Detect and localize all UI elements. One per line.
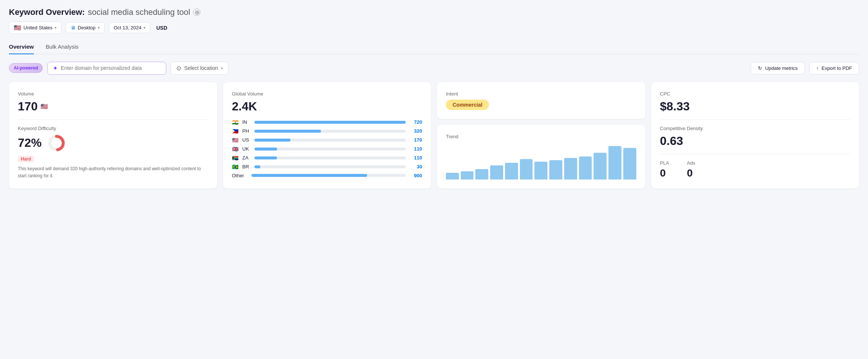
card-divider-2: [660, 119, 851, 120]
intent-badge: Commercial: [446, 100, 489, 110]
pla-ads-row: PLA 0 Ads 0: [660, 160, 851, 179]
kd-label: Keyword Difficulty: [18, 126, 208, 131]
pla-value: 0: [660, 167, 669, 179]
country-code: UK: [242, 146, 251, 152]
country-bar-fill: [254, 148, 277, 151]
ai-powered-badge: AI-powered: [9, 63, 43, 73]
device-selector[interactable]: 🖥 Desktop ▾: [66, 22, 105, 33]
country-value: 170: [409, 137, 422, 143]
country-bar: [254, 156, 406, 159]
intent-trend-column: Intent Commercial Trend: [437, 82, 645, 188]
country-bar-fill: [254, 139, 291, 142]
trend-card: Trend: [437, 125, 645, 188]
volume-kd-card: Volume 170 🇺🇸 Keyword Difficulty 72%: [9, 82, 217, 188]
country-bar-fill: [254, 121, 406, 124]
country-bar: [254, 148, 406, 151]
refresh-icon: ↻: [758, 65, 762, 71]
card-divider-3: [660, 154, 851, 154]
country-selector[interactable]: 🇺🇸 United States ▾: [9, 22, 61, 34]
device-label: Desktop: [78, 25, 96, 30]
action-bar: AI-powered ✦ ⊙ Select location ▾ ↻ Updat…: [9, 62, 859, 75]
cd-label: Competitive Density: [660, 126, 851, 131]
other-label: Other: [232, 173, 248, 178]
date-selector[interactable]: Oct 13, 2024 ▾: [109, 22, 150, 33]
trend-bar: [534, 162, 547, 180]
page: Keyword Overview: social media schedulin…: [0, 0, 868, 359]
chevron-down-icon-4: ▾: [221, 66, 223, 70]
sparkle-icon: ✦: [53, 65, 58, 72]
location-label: Select location: [184, 65, 218, 71]
location-selector[interactable]: ⊙ Select location ▾: [171, 62, 228, 75]
us-flag-volume-icon: 🇺🇸: [41, 103, 48, 110]
country-bar-fill: [254, 130, 321, 133]
kd-description: This keyword will demand 320 high-author…: [18, 165, 208, 180]
country-bar-fill: [254, 165, 260, 168]
cards-grid: Volume 170 🇺🇸 Keyword Difficulty 72%: [9, 82, 859, 188]
intent-card: Intent Commercial: [437, 82, 645, 119]
volume-value: 170 🇺🇸: [18, 100, 208, 113]
domain-input[interactable]: [61, 65, 161, 71]
trend-bar: [446, 173, 459, 180]
domain-input-wrapper[interactable]: ✦: [47, 62, 166, 75]
global-volume-card: Global Volume 2.4K 🇮🇳 IN 720 🇵🇭 PH 320 🇺…: [223, 82, 431, 188]
tab-overview[interactable]: Overview: [9, 40, 34, 54]
country-code: US: [242, 137, 251, 143]
update-metrics-button[interactable]: ↻ Update metrics: [751, 62, 804, 74]
country-flag-icon: 🇵🇭: [232, 128, 239, 134]
country-row: 🇮🇳 IN 720: [232, 119, 422, 125]
trend-bar: [594, 153, 607, 180]
trend-bar: [490, 165, 503, 180]
trend-bar: [475, 169, 488, 180]
ads-item: Ads 0: [687, 160, 695, 179]
country-bar: [254, 130, 406, 133]
country-code: IN: [242, 119, 251, 125]
country-code: ZA: [242, 155, 251, 161]
country-flag-icon: 🇬🇧: [232, 146, 239, 152]
country-value: 720: [409, 119, 422, 125]
chevron-down-icon-2: ▾: [98, 26, 100, 30]
add-keyword-button[interactable]: ⊕: [193, 9, 200, 16]
country-flag-icon: 🇧🇷: [232, 164, 239, 170]
trend-bar: [505, 163, 518, 180]
chevron-down-icon-3: ▾: [144, 26, 145, 30]
country-bar: [254, 121, 406, 124]
cpc-value: $8.33: [660, 100, 851, 113]
plus-icon: ⊕: [195, 9, 199, 16]
export-btn-label: Export to PDF: [822, 65, 852, 71]
country-value: 320: [409, 128, 422, 134]
other-row: Other 900: [232, 173, 422, 178]
other-bar-fill: [251, 174, 367, 177]
date-label: Oct 13, 2024: [114, 25, 141, 30]
ads-label: Ads: [687, 160, 695, 166]
gv-label: Global Volume: [232, 91, 422, 97]
country-rows-container: 🇮🇳 IN 720 🇵🇭 PH 320 🇺🇸 US 170 🇬🇧 UK: [232, 119, 422, 170]
export-pdf-button[interactable]: ↑ Export to PDF: [809, 62, 859, 74]
country-row: 🇿🇦 ZA 110: [232, 155, 422, 161]
gv-value: 2.4K: [232, 100, 422, 113]
pla-label: PLA: [660, 160, 669, 166]
tabs-bar: Overview Bulk Analysis: [9, 40, 859, 54]
trend-bar: [579, 156, 592, 180]
kd-donut-chart: [48, 134, 65, 152]
export-icon: ↑: [816, 65, 819, 71]
update-btn-label: Update metrics: [765, 65, 797, 71]
page-header: Keyword Overview: social media schedulin…: [9, 7, 859, 17]
country-flag-icon: 🇺🇸: [232, 137, 239, 143]
tab-bulk-analysis[interactable]: Bulk Analysis: [46, 40, 78, 54]
title-prefix: Keyword Overview:: [9, 7, 85, 17]
country-row: 🇺🇸 US 170: [232, 137, 422, 143]
ads-value: 0: [687, 167, 695, 179]
location-icon: ⊙: [176, 65, 181, 72]
currency-label: USD: [155, 23, 169, 33]
metrics-right-card: CPC $8.33 Competitive Density 0.63 PLA 0…: [651, 82, 859, 188]
trend-bar: [608, 146, 621, 180]
trend-bar: [549, 160, 562, 180]
country-bar-fill: [254, 156, 277, 159]
country-row: 🇧🇷 BR 30: [232, 164, 422, 170]
trend-bar: [520, 159, 533, 180]
country-flag-icon: 🇿🇦: [232, 155, 239, 161]
pla-item: PLA 0: [660, 160, 669, 179]
us-flag-icon: 🇺🇸: [14, 24, 21, 31]
chevron-down-icon: ▾: [55, 26, 57, 30]
trend-chart: [446, 142, 636, 180]
